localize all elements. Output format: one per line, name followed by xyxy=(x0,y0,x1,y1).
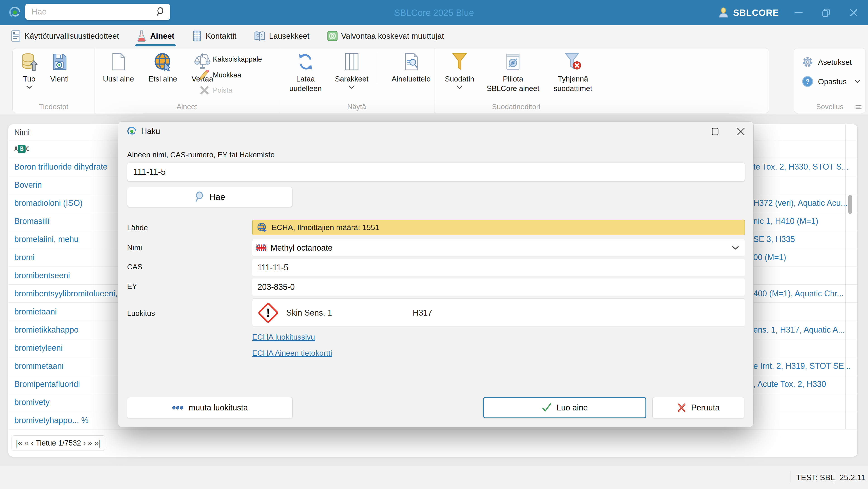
new-substance-button[interactable]: Uusi aine xyxy=(103,52,134,84)
check-icon xyxy=(541,403,552,412)
ghs07-exclamation-pictogram: ! xyxy=(258,303,278,323)
main-tabbar: Käyttöturvallisuustiedotteet Aineet Kont… xyxy=(0,25,868,47)
columns-icon xyxy=(344,52,359,71)
clear-filters-button[interactable]: Tyhjennä suodattimet xyxy=(548,52,598,93)
globe-icon xyxy=(257,222,267,233)
dialog-maximize-button[interactable] xyxy=(709,126,721,137)
tab-label: Aineet xyxy=(150,31,174,40)
chevron-down-icon xyxy=(26,86,32,89)
vertical-scrollbar-thumb[interactable] xyxy=(848,195,852,214)
forward-records-button[interactable]: » xyxy=(88,439,92,447)
funnel-icon xyxy=(452,52,467,71)
account-label: SBLCORE xyxy=(733,8,779,18)
echa-classification-link[interactable]: ECHA luokitussivu xyxy=(252,333,315,341)
next-record-button[interactable]: › xyxy=(83,439,86,447)
source-label: Lähde xyxy=(127,224,148,232)
group-options-icon[interactable] xyxy=(855,105,862,110)
help-button[interactable]: ? Opastus xyxy=(802,76,866,87)
ribbon-group-tiedostot: Tuo xyxy=(13,49,95,113)
statusbar: TEST: SBL 25.2.11 xyxy=(0,465,868,489)
classification-label: Luokitus xyxy=(127,309,155,318)
substance-list-button[interactable]: Aineluettelo xyxy=(378,52,434,84)
document-search-icon xyxy=(404,52,418,71)
chevron-down-icon xyxy=(457,86,463,89)
help-icon: ? xyxy=(802,76,813,87)
version-label: 25.2.11 xyxy=(839,465,865,489)
first-record-button[interactable]: |« xyxy=(16,439,22,447)
app-logo-icon xyxy=(127,126,137,137)
edit-button[interactable]: Muokkaa xyxy=(200,70,262,81)
ribbon-group-suodatineditori: Suodatin Piilo xyxy=(434,49,598,113)
export-button[interactable]: Vienti xyxy=(50,52,69,84)
create-substance-button[interactable]: Luo aine xyxy=(483,397,646,419)
hide-eye-icon xyxy=(505,52,521,71)
record-navigator: |« « ‹ Tietue 1/7532 › » »| xyxy=(11,435,105,451)
svg-text:?: ? xyxy=(806,78,810,85)
close-button[interactable] xyxy=(846,5,862,21)
tab-label: Lausekkeet xyxy=(269,31,309,40)
reload-button[interactable]: Lataa uudelleen xyxy=(285,52,326,93)
classification-code: H317 xyxy=(413,298,432,327)
group-caption: Suodatineditori xyxy=(434,103,598,111)
restore-button[interactable] xyxy=(818,5,834,21)
search-icon[interactable] xyxy=(156,7,165,16)
echa-infocard-link[interactable]: ECHA Aineen tietokortti xyxy=(252,349,332,357)
minimize-button[interactable] xyxy=(790,5,806,21)
name-dropdown[interactable]: Methyl octanoate xyxy=(252,239,745,257)
classification-value: Skin Sens. 1 xyxy=(286,298,332,327)
columns-button[interactable]: Sarakkeet xyxy=(335,52,369,89)
global-search xyxy=(25,4,170,20)
group-caption: Aineet xyxy=(95,103,279,111)
target-icon xyxy=(327,31,338,41)
account-button[interactable]: SBLCORE xyxy=(718,7,779,18)
settings-button[interactable]: Asetukset xyxy=(802,56,866,68)
chevron-down-icon xyxy=(732,246,739,250)
sds-document-icon xyxy=(11,30,21,42)
new-page-icon xyxy=(112,52,126,71)
tab-label: Valvontaa koskevat muuttujat xyxy=(341,31,444,40)
tab-label: Käyttöturvallisuustiedotteet xyxy=(24,31,119,40)
previous-record-button[interactable]: ‹ xyxy=(31,439,34,447)
find-substance-button[interactable]: Etsi aine xyxy=(149,52,177,84)
tab-kayttoturvallisuustiedotteet[interactable]: Käyttöturvallisuustiedotteet xyxy=(11,25,119,47)
import-button[interactable]: Tuo xyxy=(21,52,37,89)
tab-kontaktit[interactable]: Kontaktit xyxy=(192,25,236,47)
change-classification-button[interactable]: muuta luokitusta xyxy=(127,397,293,419)
global-search-input[interactable] xyxy=(25,7,156,17)
titlebar: SBLCore 2025 Blue SBLCORE xyxy=(0,0,868,25)
tab-label: Kontaktit xyxy=(206,31,236,40)
query-input[interactable] xyxy=(127,163,745,181)
cancel-button[interactable]: Peruuta xyxy=(652,397,744,419)
dots-icon xyxy=(172,406,184,410)
red-x-icon xyxy=(677,403,686,412)
classification-box: ! Skin Sens. 1 H317 xyxy=(252,298,745,327)
app-logo-icon xyxy=(8,6,22,19)
dialog-search-button[interactable]: Hae xyxy=(127,187,292,207)
group-caption: Sovellus xyxy=(794,103,866,111)
duplicate-button[interactable]: Kaksoiskappale xyxy=(200,54,262,65)
delete-button[interactable]: Poista xyxy=(200,86,262,95)
tab-aineet[interactable]: Aineet xyxy=(136,25,174,47)
name-value: Methyl octanoate xyxy=(271,243,728,253)
dialog-title: Haku xyxy=(141,126,160,136)
dialog-close-button[interactable] xyxy=(735,126,747,137)
search-icon xyxy=(194,192,205,202)
rewind-records-button[interactable]: « xyxy=(24,439,29,447)
ribbon-main-card: Tuo xyxy=(12,48,769,113)
hide-sblcore-substances-button[interactable]: Piilota SBLCore aineet xyxy=(486,52,540,93)
last-record-button[interactable]: »| xyxy=(94,439,101,447)
book-icon xyxy=(254,31,265,41)
refresh-icon xyxy=(297,52,314,71)
tab-valvontaa-koskevat-muuttujat[interactable]: Valvontaa koskevat muuttujat xyxy=(327,25,444,47)
svg-text:!: ! xyxy=(266,306,270,319)
tab-lausekkeet[interactable]: Lausekkeet xyxy=(254,25,309,47)
pencil-icon xyxy=(200,70,209,81)
status-divider xyxy=(790,471,790,483)
ribbon-group-aineet: Uusi aine Etsi aine xyxy=(95,49,279,113)
source-value: ECHA, Ilmoittajien määrä: 1551 xyxy=(272,223,379,232)
database-import-icon xyxy=(21,52,37,71)
status-divider xyxy=(834,471,834,483)
filter-button[interactable]: Suodatin xyxy=(441,52,478,89)
globe-search-icon xyxy=(154,52,172,71)
chevron-down-icon xyxy=(855,80,860,83)
